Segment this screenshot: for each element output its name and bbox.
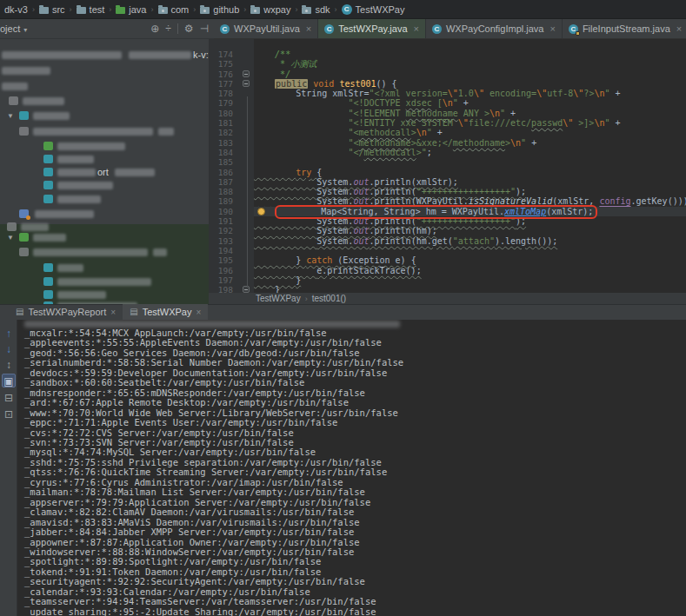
code-line[interactable]: /** bbox=[254, 50, 686, 59]
editor-tab-wxpayutil-java[interactable]: CWXPayUtil.java× bbox=[214, 19, 318, 38]
code-token: out bbox=[353, 226, 369, 235]
tree-row[interactable] bbox=[0, 289, 209, 301]
console-up-icon[interactable]: ↑ bbox=[2, 327, 16, 341]
code-line[interactable]: * 小测试 bbox=[254, 59, 686, 69]
console-collapse-icon[interactable]: ⊟ bbox=[2, 391, 16, 405]
settings-gear-icon[interactable]: ⚙ bbox=[184, 23, 194, 34]
code-line[interactable] bbox=[254, 246, 686, 255]
code-line[interactable]: try { bbox=[254, 168, 686, 177]
console-pin-icon[interactable]: ▣ bbox=[2, 374, 16, 387]
tree-row[interactable] bbox=[0, 180, 209, 192]
breadcrumb-item-sdk[interactable]: sdk bbox=[299, 4, 332, 15]
code-line[interactable]: "<!DOCTYPE xdsec [\n" + bbox=[254, 98, 686, 108]
tree-row[interactable] bbox=[0, 154, 209, 166]
code-line[interactable]: System.out.println(xmlStr); bbox=[254, 177, 686, 187]
code-token: \" bbox=[448, 89, 458, 98]
code-line[interactable]: Map<String, String> hm = WXPayUtil.xmlTo… bbox=[254, 207, 686, 216]
tree-row[interactable] bbox=[0, 194, 209, 206]
breadcrumb-item-github[interactable]: github bbox=[197, 4, 242, 15]
tree-row[interactable] bbox=[0, 65, 209, 77]
code-line[interactable]: public void test001() { bbox=[254, 79, 686, 89]
breadcrumb-item-test[interactable]: test bbox=[74, 4, 108, 15]
project-tree-panel[interactable]: k-v:▼ort▼ bbox=[0, 39, 209, 304]
breadcrumb-item-src[interactable]: src bbox=[37, 4, 68, 15]
breadcrumb-item-java[interactable]: java bbox=[113, 4, 149, 15]
project-panel-title[interactable]: oject bbox=[0, 23, 20, 34]
tree-row[interactable] bbox=[0, 126, 209, 138]
close-tab-icon[interactable]: × bbox=[196, 308, 201, 317]
console-expand-icon[interactable]: ⊡ bbox=[2, 407, 16, 421]
close-tab-icon[interactable]: × bbox=[676, 23, 682, 34]
code-area[interactable]: /** * 小测试 */ public void test001() { Str… bbox=[254, 39, 686, 293]
tree-row[interactable] bbox=[0, 141, 209, 153]
hide-panel-icon[interactable]: ⊣ bbox=[200, 23, 209, 34]
close-tab-icon[interactable]: × bbox=[110, 308, 116, 317]
breadcrumb-item-testwxpay[interactable]: CTestWXPay bbox=[339, 4, 408, 15]
code-line[interactable]: e.printStackTrace(); bbox=[254, 266, 686, 275]
editor-tab-bar: CWXPayUtil.java×CTestWXPay.java×CWXPayCo… bbox=[214, 19, 686, 39]
close-tab-icon[interactable]: × bbox=[549, 23, 555, 34]
editor-breadcrumb: TestWXPay›test001() bbox=[209, 293, 686, 304]
fold-marker-icon[interactable] bbox=[243, 80, 250, 87]
console-sort-icon[interactable]: ↕ bbox=[2, 358, 16, 372]
tree-row[interactable]: ▼ bbox=[0, 110, 209, 123]
tree-row[interactable] bbox=[0, 276, 209, 288]
line-number[interactable]: 176 bbox=[209, 70, 254, 79]
tree-row[interactable] bbox=[0, 262, 209, 275]
tree-expand-arrow-icon[interactable]: ▼ bbox=[7, 112, 14, 120]
editor-tab-fileinputstream-java[interactable]: CFileInputStream.java× bbox=[563, 19, 686, 38]
tree-row[interactable]: ▼ bbox=[0, 232, 209, 244]
console-down-icon[interactable]: ↓ bbox=[2, 342, 16, 356]
editor-tab-wxpayconfigimpl-java[interactable]: CWXPayConfigImpl.java× bbox=[426, 19, 563, 38]
code-line[interactable]: "<!ELEMENT methodname ANY >\n" + bbox=[254, 109, 686, 118]
code-line[interactable]: "</methodcall>"; bbox=[254, 148, 686, 157]
intention-bulb-icon[interactable] bbox=[257, 208, 265, 215]
fold-marker-icon[interactable] bbox=[243, 70, 250, 77]
tree-row[interactable]: k-v: bbox=[0, 50, 209, 62]
tree-row[interactable] bbox=[0, 96, 209, 108]
fold-marker-icon[interactable] bbox=[243, 286, 250, 293]
line-number[interactable]: 174 bbox=[209, 50, 254, 59]
editor-breadcrumb-item[interactable]: TestWXPay bbox=[256, 294, 301, 303]
chevron-down-icon[interactable]: ▾ bbox=[23, 26, 27, 34]
close-tab-icon[interactable]: × bbox=[306, 23, 311, 34]
collapse-all-icon[interactable]: ÷ bbox=[165, 23, 171, 34]
breadcrumb-item-dk-v3[interactable]: dk-v3 bbox=[2, 4, 30, 15]
tree-row[interactable] bbox=[0, 81, 209, 93]
code-token: >" bbox=[416, 148, 427, 157]
code-line[interactable]: System.out.println(hm); bbox=[254, 226, 686, 235]
code-line[interactable]: "<methodname>&xxe;</methodname>\n" + bbox=[254, 138, 686, 148]
console-tab-testwxpay[interactable]: ▤TestWXPay× bbox=[123, 304, 208, 320]
close-tab-icon[interactable]: × bbox=[414, 23, 419, 34]
censored-text-blob bbox=[129, 51, 191, 59]
tree-row[interactable] bbox=[0, 247, 209, 259]
console-tab-testwxpayreport[interactable]: ▤TestWXPayReport× bbox=[9, 304, 123, 320]
censored-text-blob bbox=[57, 169, 96, 176]
code-line[interactable]: String xmlStr="<?xml version=\"1.0\" enc… bbox=[254, 89, 686, 98]
tree-expand-arrow-icon[interactable]: ▼ bbox=[7, 234, 14, 242]
code-token: config bbox=[599, 196, 630, 206]
code-line[interactable]: "<methodcall>\n" + bbox=[254, 128, 686, 137]
code-line[interactable]: } catch (Exception e) { bbox=[254, 255, 686, 265]
breadcrumb-item-com[interactable]: com bbox=[156, 4, 192, 15]
line-number[interactable]: 175 bbox=[209, 59, 254, 69]
line-number[interactable]: 177 bbox=[209, 79, 254, 89]
editor-breadcrumb-item[interactable]: test001() bbox=[312, 294, 346, 303]
code-token: methodname bbox=[406, 109, 458, 118]
code-line[interactable]: } bbox=[254, 275, 686, 285]
code-line[interactable]: } bbox=[254, 285, 686, 293]
tree-row[interactable] bbox=[0, 209, 209, 221]
teal-folder-icon bbox=[43, 155, 53, 163]
locate-icon[interactable]: ⊕ bbox=[150, 23, 159, 34]
code-line[interactable] bbox=[254, 157, 686, 167]
code-line[interactable]: System.out.println(hm.get("attach").leng… bbox=[254, 236, 686, 246]
code-line[interactable]: */ bbox=[254, 70, 686, 79]
editor-tab-testwxpay-java[interactable]: CTestWXPay.java× bbox=[318, 19, 426, 38]
code-line[interactable]: "<!ENTITY xxe SYSTEM \"file:///etc/passw… bbox=[254, 118, 686, 128]
code-token: \n bbox=[443, 98, 453, 108]
editor-pane[interactable]: 1741751761771781791801811821831841851861… bbox=[209, 39, 686, 304]
breadcrumb-item-wxpay[interactable]: wxpay bbox=[248, 4, 293, 15]
tree-row[interactable]: ort bbox=[0, 167, 209, 179]
code-line[interactable]: System.out.println("+++++++++++++++++"); bbox=[254, 187, 686, 196]
code-token: try bbox=[296, 168, 311, 177]
